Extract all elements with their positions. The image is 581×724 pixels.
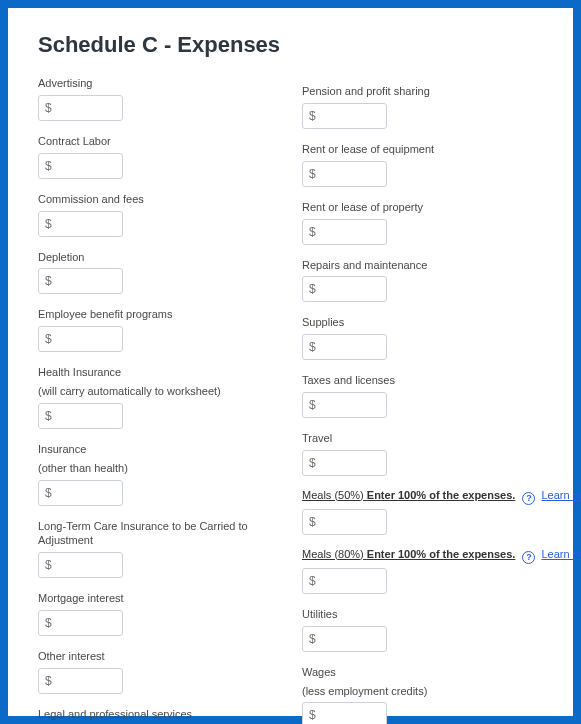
field-wages: Wages (less employment credits)	[302, 665, 538, 724]
meals-50-text: Meals (50%) Enter 100% of the expenses.	[302, 489, 515, 501]
field-rent-property: Rent or lease of property	[302, 200, 538, 245]
field-label: Repairs and maintenance	[302, 258, 538, 273]
utilities-input[interactable]	[302, 626, 387, 652]
meals-80-text: Meals (80%) Enter 100% of the expenses.	[302, 548, 515, 560]
field-meals-80: Meals (80%) Enter 100% of the expenses. …	[302, 548, 538, 594]
left-column: Advertising Contract Labor Commission an…	[38, 76, 292, 724]
learn-more-link[interactable]: Learn more	[541, 548, 581, 560]
field-label: Health Insurance	[38, 365, 292, 380]
contract-labor-input[interactable]	[38, 153, 123, 179]
field-meals-50: Meals (50%) Enter 100% of the expenses. …	[302, 489, 538, 535]
field-legal-professional: Legal and professional services	[38, 707, 292, 724]
field-label: Mortgage interest	[38, 591, 292, 606]
field-pension: Pension and profit sharing	[302, 84, 538, 129]
right-column: Pension and profit sharing Rent or lease…	[302, 76, 538, 724]
field-mortgage-interest: Mortgage interest	[38, 591, 292, 636]
travel-input[interactable]	[302, 450, 387, 476]
taxes-licenses-input[interactable]	[302, 392, 387, 418]
field-label: Depletion	[38, 250, 292, 265]
mortgage-interest-input[interactable]	[38, 610, 123, 636]
field-label: Taxes and licenses	[302, 373, 538, 388]
field-label: Travel	[302, 431, 538, 446]
field-label: Wages	[302, 665, 538, 680]
supplies-input[interactable]	[302, 334, 387, 360]
other-interest-input[interactable]	[38, 668, 123, 694]
field-label: Utilities	[302, 607, 538, 622]
field-sublabel: (other than health)	[38, 461, 292, 476]
field-label: Pension and profit sharing	[302, 84, 538, 99]
meals-80-label: Meals (80%) Enter 100% of the expenses. …	[302, 548, 538, 564]
field-insurance: Insurance (other than health)	[38, 442, 292, 506]
advertising-input[interactable]	[38, 95, 123, 121]
form-frame: Schedule C - Expenses Advertising Contra…	[0, 0, 581, 724]
field-label: Other interest	[38, 649, 292, 664]
employee-benefit-input[interactable]	[38, 326, 123, 352]
field-label: Rent or lease of property	[302, 200, 538, 215]
learn-more-link[interactable]: Learn more	[541, 489, 581, 501]
field-travel: Travel	[302, 431, 538, 476]
field-label: Insurance	[38, 442, 292, 457]
meals-80-input[interactable]	[302, 568, 387, 594]
depletion-input[interactable]	[38, 268, 123, 294]
help-icon[interactable]: ?	[522, 551, 535, 564]
field-taxes-licenses: Taxes and licenses	[302, 373, 538, 418]
rent-property-input[interactable]	[302, 219, 387, 245]
columns: Advertising Contract Labor Commission an…	[38, 76, 551, 724]
help-icon[interactable]: ?	[522, 492, 535, 505]
insurance-input[interactable]	[38, 480, 123, 506]
field-sublabel: (will carry automatically to worksheet)	[38, 384, 292, 399]
rent-equipment-input[interactable]	[302, 161, 387, 187]
field-commission-fees: Commission and fees	[38, 192, 292, 237]
field-contract-labor: Contract Labor	[38, 134, 292, 179]
repairs-input[interactable]	[302, 276, 387, 302]
field-advertising: Advertising	[38, 76, 292, 121]
health-insurance-input[interactable]	[38, 403, 123, 429]
field-label: Commission and fees	[38, 192, 292, 207]
pension-input[interactable]	[302, 103, 387, 129]
field-health-insurance: Health Insurance (will carry automatical…	[38, 365, 292, 429]
field-label: Employee benefit programs	[38, 307, 292, 322]
field-rent-equipment: Rent or lease of equipment	[302, 142, 538, 187]
commission-fees-input[interactable]	[38, 211, 123, 237]
field-label: Rent or lease of equipment	[302, 142, 538, 157]
field-supplies: Supplies	[302, 315, 538, 360]
field-depletion: Depletion	[38, 250, 292, 295]
meals-80-prefix: Meals (80%)	[302, 548, 367, 560]
long-term-care-input[interactable]	[38, 552, 123, 578]
field-sublabel: (less employment credits)	[302, 684, 538, 699]
wages-input[interactable]	[302, 702, 387, 724]
field-other-interest: Other interest	[38, 649, 292, 694]
field-label: Advertising	[38, 76, 292, 91]
field-long-term-care: Long-Term Care Insurance to be Carried t…	[38, 519, 292, 579]
meals-80-bold: Enter 100% of the expenses.	[367, 548, 516, 560]
field-employee-benefit: Employee benefit programs	[38, 307, 292, 352]
meals-50-bold: Enter 100% of the expenses.	[367, 489, 516, 501]
field-label: Long-Term Care Insurance to be Carried t…	[38, 519, 292, 549]
meals-50-input[interactable]	[302, 509, 387, 535]
field-label: Supplies	[302, 315, 538, 330]
field-label: Legal and professional services	[38, 707, 292, 722]
field-utilities: Utilities	[302, 607, 538, 652]
field-repairs: Repairs and maintenance	[302, 258, 538, 303]
meals-50-label: Meals (50%) Enter 100% of the expenses. …	[302, 489, 538, 505]
meals-50-prefix: Meals (50%)	[302, 489, 367, 501]
page-title: Schedule C - Expenses	[38, 32, 551, 58]
field-label: Contract Labor	[38, 134, 292, 149]
